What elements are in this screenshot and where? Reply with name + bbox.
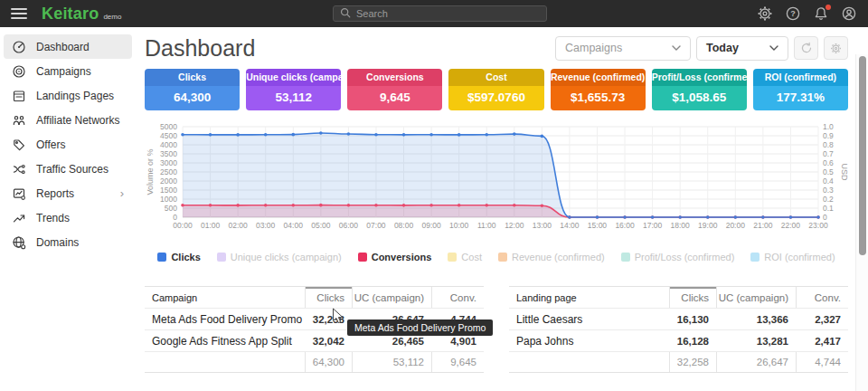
brand-name: Keitaro xyxy=(42,5,99,24)
svg-text:5000: 5000 xyxy=(160,123,177,131)
stat-card-roi-confirmed: ROI (confirmed)177.31% xyxy=(753,69,848,110)
sidebar-item-campaigns[interactable]: Campaigns xyxy=(4,59,132,83)
legend-item-revenue-confirmed[interactable]: Revenue (confirmed) xyxy=(498,252,605,262)
legend-label: Unique clicks (campaign) xyxy=(231,252,342,262)
svg-text:19:00: 19:00 xyxy=(698,221,718,230)
row-tooltip: Meta Ads Food Delivery Promo xyxy=(347,319,493,336)
column-header[interactable]: Clicks xyxy=(669,287,716,308)
svg-text:02:00: 02:00 xyxy=(228,221,248,230)
column-header[interactable]: Conv. xyxy=(796,287,848,308)
sidebar-item-label: Campaigns xyxy=(36,65,91,78)
column-header[interactable]: UC (campaign) xyxy=(352,287,431,308)
svg-text:10:00: 10:00 xyxy=(449,221,469,230)
svg-text:05:00: 05:00 xyxy=(311,221,331,230)
svg-text:20:00: 20:00 xyxy=(726,221,746,230)
help-icon[interactable]: ? xyxy=(785,5,801,22)
stat-card-value: $1,655.73 xyxy=(551,86,646,110)
sidebar-item-label: Dashboard xyxy=(36,41,90,53)
sidebar-item-label: Offers xyxy=(36,138,65,151)
sidebar-item-dashboard[interactable]: Dashboard xyxy=(4,34,132,59)
svg-text:2500: 2500 xyxy=(160,167,177,176)
affiliate-networks-icon xyxy=(12,113,26,128)
legend-item-cost[interactable]: Cost xyxy=(448,252,482,262)
landing-page-row[interactable]: Little Caesars16,13013,3662,327 xyxy=(509,308,848,329)
stat-card-clicks: Clicks64,300 xyxy=(145,69,240,110)
sidebar-item-landings-pages[interactable]: Landings Pages xyxy=(4,83,132,108)
column-header[interactable]: Campaign xyxy=(145,292,305,303)
landing-pages-table: Landing pageClicksUC (campaign)Conv.Litt… xyxy=(509,286,848,373)
sidebar-item-traffic-sources[interactable]: Traffic Sources xyxy=(4,157,132,181)
dashboard-chart[interactable]: 0500100015002000250030003500400045005000… xyxy=(145,123,848,237)
svg-text:0.1: 0.1 xyxy=(823,204,834,213)
svg-text:22:00: 22:00 xyxy=(781,221,801,230)
dashboard-settings-button[interactable] xyxy=(824,36,848,60)
search-icon xyxy=(340,5,351,22)
column-header[interactable]: UC (campaign) xyxy=(716,287,796,308)
sidebar-item-offers[interactable]: Offers xyxy=(4,132,132,157)
menu-icon[interactable] xyxy=(11,8,27,19)
legend-item-clicks[interactable]: Clicks xyxy=(157,252,200,262)
campaigns-filter-select[interactable]: Campaigns xyxy=(555,36,691,61)
column-header[interactable]: Landing page xyxy=(509,292,669,303)
stat-card-value: $1,058.65 xyxy=(652,86,747,110)
row-name[interactable]: Google Ads Fitness App Split xyxy=(145,335,305,348)
stat-card-profit-loss-confirmed: Profit/Loss (confirmed)$1,058.65 xyxy=(652,69,747,110)
legend-item-roi-confirmed[interactable]: ROI (confirmed) xyxy=(750,252,835,262)
search-bar[interactable] xyxy=(333,5,547,22)
column-header[interactable]: Conv. xyxy=(431,287,484,308)
svg-text:12:00: 12:00 xyxy=(505,221,524,230)
stat-card-label: Clicks xyxy=(145,69,240,86)
scrollbar[interactable] xyxy=(855,54,868,391)
legend-label: Cost xyxy=(461,252,482,262)
row-name[interactable]: Little Caesars xyxy=(509,313,669,326)
brand-demo-label: demo xyxy=(103,13,121,21)
main-content: Dashboard Campaigns Today xyxy=(136,27,855,391)
landing-page-row[interactable]: Papa Johns16,12813,2812,417 xyxy=(509,329,848,351)
stat-card-conversions: Conversions9,645 xyxy=(347,69,442,110)
totals-uc: 26,647 xyxy=(716,352,796,372)
legend-swatch xyxy=(621,253,630,262)
scrollbar-thumb[interactable] xyxy=(859,56,866,255)
totals-conv: 9,645 xyxy=(431,352,484,372)
refresh-icon xyxy=(800,42,813,54)
refresh-button[interactable] xyxy=(794,36,818,60)
svg-text:04:00: 04:00 xyxy=(284,221,304,230)
legend-swatch xyxy=(448,253,457,262)
trends-icon xyxy=(12,211,26,225)
campaign-header-row: CampaignClicksUC (campaign)Conv. xyxy=(145,286,484,308)
column-header[interactable]: Clicks xyxy=(305,287,352,308)
legend-item-profit-loss-confirmed[interactable]: Profit/Loss (confirmed) xyxy=(621,252,735,262)
row-clicks: 32,258 xyxy=(305,314,352,325)
search-input[interactable] xyxy=(356,8,540,19)
sidebar-item-reports[interactable]: Reports› xyxy=(4,181,132,205)
svg-text:500: 500 xyxy=(165,204,177,213)
date-range-select[interactable]: Today xyxy=(696,36,788,61)
sidebar-item-trends[interactable]: Trends xyxy=(4,205,132,230)
sidebar-item-domains[interactable]: Domains xyxy=(4,230,132,254)
row-conv: 2,327 xyxy=(796,314,848,325)
brand-logo[interactable]: Keitaro demo xyxy=(42,5,121,24)
svg-text:15:00: 15:00 xyxy=(588,221,608,230)
legend-item-unique-clicks-campaign[interactable]: Unique clicks (campaign) xyxy=(217,252,342,262)
sidebar-item-affiliate-networks[interactable]: Affiliate Networks xyxy=(4,108,132,132)
settings-icon[interactable] xyxy=(757,5,773,22)
svg-text:03:00: 03:00 xyxy=(256,221,276,230)
chart-legend: ClicksUnique clicks (campaign)Conversion… xyxy=(145,252,848,262)
sidebar-item-label: Landings Pages xyxy=(36,90,114,102)
legend-label: Clicks xyxy=(171,252,200,262)
dashboard-icon xyxy=(12,40,26,54)
svg-text:14:00: 14:00 xyxy=(560,221,580,230)
stat-card-unique-clicks-campaign: Unique clicks (campaign)53,112 xyxy=(246,69,341,110)
totals-conv: 4,744 xyxy=(796,352,848,372)
svg-text:0.3: 0.3 xyxy=(823,186,834,195)
keitaro-dashboard-page: Keitaro demo ? xyxy=(0,0,868,391)
legend-label: Revenue (confirmed) xyxy=(512,252,605,262)
row-name[interactable]: Meta Ads Food Delivery Promo xyxy=(145,313,305,326)
stat-card-label: Conversions xyxy=(347,69,442,86)
row-name[interactable]: Papa Johns xyxy=(509,335,669,348)
notifications-icon[interactable] xyxy=(813,5,829,22)
legend-item-conversions[interactable]: Conversions xyxy=(358,252,432,262)
date-range-value: Today xyxy=(706,42,739,54)
svg-text:0.4: 0.4 xyxy=(823,176,834,186)
account-icon[interactable] xyxy=(841,5,857,22)
